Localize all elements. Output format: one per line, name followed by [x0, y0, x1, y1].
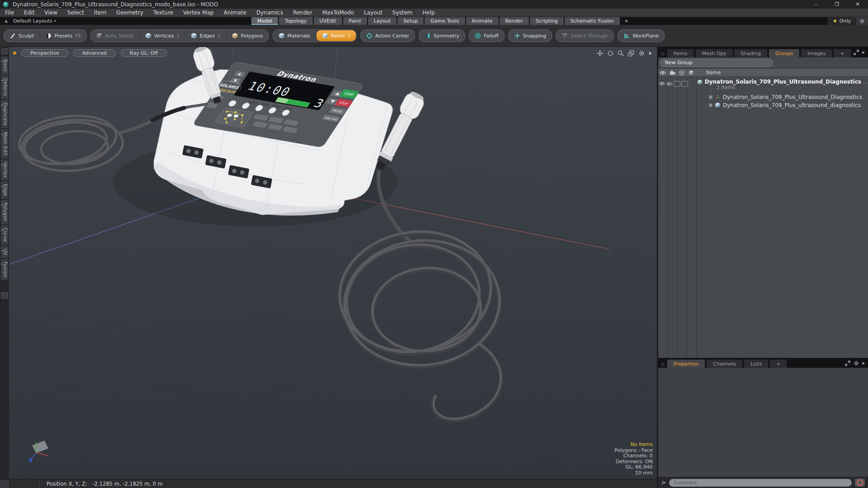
orbit-icon[interactable] [607, 50, 613, 56]
only-toggle[interactable]: ★ Only [827, 17, 856, 25]
group-checkbox-2[interactable] [681, 81, 689, 87]
tab-schematic-fusion[interactable]: Schematic Fusion [565, 17, 620, 25]
strip-palette-icon[interactable] [1, 48, 8, 54]
layout-gear-button[interactable] [856, 17, 868, 25]
menu-layout[interactable]: Layout [359, 9, 387, 16]
child-item-name[interactable]: Dynatron_Solaris_709_Plus_ultrasound_dia… [723, 102, 861, 108]
raygl-button[interactable]: Ray GL: Off [121, 49, 167, 57]
add-panel-tab-button[interactable]: + [769, 359, 787, 368]
right-cable-coil[interactable] [332, 222, 505, 420]
pan-icon[interactable] [597, 50, 603, 56]
gear-icon[interactable] [854, 361, 859, 366]
tab-items[interactable]: Items [667, 49, 694, 57]
tree-child-row[interactable]: Dynatron_Solaris_709_Plus_Ultrasound_Dia… [658, 93, 868, 101]
tool-tab-deform[interactable]: Deform [1, 75, 8, 99]
command-history-button[interactable] [855, 479, 865, 487]
minimize-button[interactable]: – [806, 0, 826, 9]
select-through-button[interactable]: Select Through [556, 30, 613, 42]
tab-model[interactable]: Model [251, 17, 278, 25]
action-center-button[interactable]: Action Center [361, 30, 415, 42]
materials-mode-button[interactable]: Materials [273, 30, 316, 42]
presets-button[interactable]: PresetsF6 [40, 30, 86, 42]
menu-dynamics[interactable]: Dynamics [251, 9, 288, 16]
add-layout-tab-button[interactable]: + [621, 17, 632, 25]
new-group-button[interactable]: New Group [660, 59, 773, 67]
falloff-button[interactable]: Falloff [469, 30, 504, 42]
cube-icon[interactable] [687, 70, 696, 75]
menu-maxtomodo[interactable]: MaxToModo [317, 9, 359, 16]
tool-tab-vertex[interactable]: Vertex [1, 160, 8, 181]
items-mode-button[interactable]: Items5 [316, 30, 356, 41]
auto-select-button[interactable]: Auto Select [91, 30, 140, 42]
tab-layout[interactable]: Layout [368, 17, 396, 25]
tab-game-tools[interactable]: Game Tools [425, 17, 465, 25]
menu-animate[interactable]: Animate [219, 9, 251, 16]
tab-lists[interactable]: Lists [744, 359, 769, 368]
tool-tab-uv[interactable]: UV [1, 246, 8, 258]
menu-edit[interactable]: Edit [19, 9, 39, 16]
tab-animate[interactable]: Animate [466, 17, 499, 25]
menu-vertex-map[interactable]: Vertex Map [178, 9, 219, 16]
eye-icon[interactable] [658, 70, 668, 75]
add-panel-tab-button[interactable]: + [833, 49, 851, 57]
tool-tab-fusion[interactable]: Fusion [1, 259, 8, 280]
menu-system[interactable]: System [387, 9, 418, 16]
ultrasound-device[interactable]: Dynatron 10:00 3 [153, 61, 392, 216]
menu-render[interactable]: Render [288, 9, 317, 16]
tab-shading[interactable]: Shading [734, 49, 768, 57]
cube-outline-icon[interactable] [677, 70, 687, 75]
tab-paint[interactable]: Paint [343, 17, 367, 25]
workplane-button[interactable]: WorkPlane [618, 30, 664, 42]
menu-view[interactable]: View [39, 9, 62, 16]
panel-arrow-icon[interactable]: ▸ [862, 49, 865, 55]
menu-help[interactable]: Help [418, 9, 440, 16]
maximize-button[interactable]: ❐ [826, 0, 847, 9]
expand-panel-icon[interactable] [845, 361, 850, 366]
menu-file[interactable]: File [0, 9, 19, 16]
edges-mode-button[interactable]: Edges2 [185, 30, 226, 42]
polygons-mode-button[interactable]: Polygons [226, 30, 269, 42]
camera-icon[interactable] [665, 81, 673, 86]
maximize-viewport-icon[interactable] [628, 50, 634, 56]
tool-tab-curve[interactable]: Curve [1, 225, 8, 245]
menu-geometry[interactable]: Geometry [111, 9, 148, 16]
group-row[interactable]: Dynatron_Solaris_709_Plus_Ultrasound_Dia… [658, 78, 868, 86]
tab-groups[interactable]: Groups [769, 49, 800, 57]
tab-properties[interactable]: Properties [667, 359, 706, 368]
tab-mesh-ops[interactable]: Mesh Ops [695, 49, 733, 57]
tab-render[interactable]: Render [500, 17, 529, 25]
default-layouts-dropdown[interactable]: Default Layouts [13, 18, 52, 24]
tab-setup[interactable]: Setup [397, 17, 424, 25]
tab-channels[interactable]: Channels [706, 359, 743, 368]
symmetry-button[interactable]: Symmetry [419, 30, 465, 42]
menu-select[interactable]: Select [62, 9, 89, 16]
perspective-button[interactable]: Perspective [21, 49, 68, 57]
tab-images[interactable]: Images [801, 49, 832, 57]
panel-arrow-icon[interactable]: ▸ [862, 360, 865, 366]
close-button[interactable]: ✕ [847, 0, 868, 9]
strip-panel-icon[interactable] [1, 292, 8, 299]
menu-item[interactable]: Item [89, 9, 111, 16]
tool-tab-basic[interactable]: Basic [1, 56, 8, 75]
advanced-button[interactable]: Advanced [73, 49, 116, 57]
snapping-button[interactable]: Snapping [509, 30, 552, 42]
home-icon[interactable]: ▲ [3, 18, 9, 24]
tool-tab-polygon[interactable]: Polygon [1, 200, 8, 224]
status-cell-icon[interactable] [0, 480, 9, 488]
panel-arrow-icon[interactable] [649, 51, 652, 56]
group-name[interactable]: Dynatron_Solaris_709_Plus_Ultrasound_Dia… [705, 79, 861, 85]
zoom-icon[interactable] [618, 50, 624, 56]
viewport-3d[interactable]: Dynatron 10:00 3 [9, 47, 657, 479]
tree-child-row[interactable]: Dynatron_Solaris_709_Plus_ultrasound_dia… [658, 101, 868, 109]
tool-tab-mesh-edit[interactable]: Mesh Edit [1, 129, 8, 158]
tool-tab-duplicate[interactable]: Duplicate [1, 100, 8, 128]
camera-icon[interactable] [668, 70, 677, 75]
gear-icon[interactable] [638, 50, 645, 56]
panel-grip-icon[interactable] [661, 362, 665, 366]
expand-panel-icon[interactable] [854, 50, 859, 55]
vertices-mode-button[interactable]: Vertices1 [140, 30, 185, 42]
tab-scripting[interactable]: Scripting [530, 17, 564, 25]
eye-icon[interactable] [658, 81, 666, 86]
tab-uvedit[interactable]: UVEdit [314, 17, 342, 25]
tool-tab-edge[interactable]: Edge [1, 181, 8, 199]
